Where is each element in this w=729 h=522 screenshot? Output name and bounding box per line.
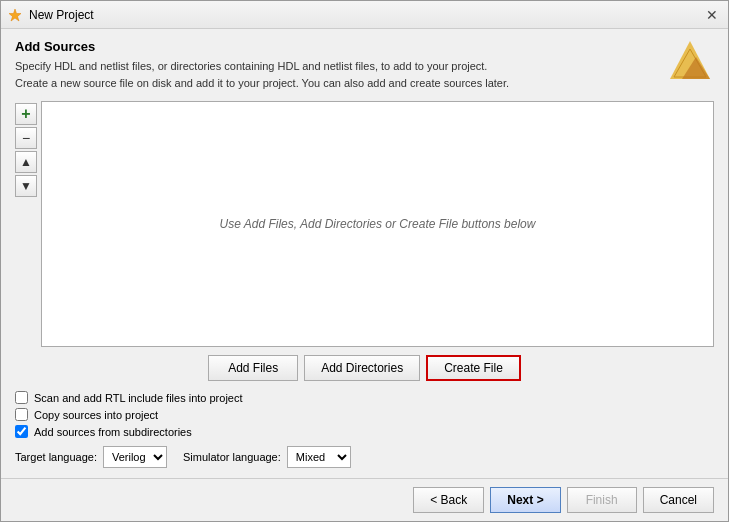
header-title: Add Sources (15, 39, 656, 54)
header-desc-line2: Create a new source file on disk and add… (15, 75, 656, 92)
remove-source-button[interactable]: − (15, 127, 37, 149)
checkboxes-section: Scan and add RTL include files into proj… (15, 391, 714, 438)
move-up-button[interactable]: ▲ (15, 151, 37, 173)
close-button[interactable]: ✕ (702, 5, 722, 25)
create-file-button[interactable]: Create File (426, 355, 521, 381)
copy-sources-row: Copy sources into project (15, 408, 714, 421)
back-button[interactable]: < Back (413, 487, 484, 513)
simulator-language-select[interactable]: Mixed Verilog VHDL (287, 446, 351, 468)
add-subdirs-label: Add sources from subdirectories (34, 426, 192, 438)
main-area: + − ▲ ▼ Use Add Files, Add Directories o… (15, 101, 714, 347)
header-desc-line1: Specify HDL and netlist files, or direct… (15, 58, 656, 75)
target-language-label: Target language: (15, 451, 97, 463)
header-text: Add Sources Specify HDL and netlist file… (15, 39, 656, 91)
title-bar: New Project ✕ (1, 1, 728, 29)
toolbar: + − ▲ ▼ (15, 101, 37, 347)
simulator-language-label: Simulator language: (183, 451, 281, 463)
file-list: Use Add Files, Add Directories or Create… (41, 101, 714, 347)
dialog-icon (7, 7, 23, 23)
minus-icon: − (22, 130, 30, 146)
file-list-placeholder: Use Add Files, Add Directories or Create… (220, 217, 536, 231)
move-down-button[interactable]: ▼ (15, 175, 37, 197)
scan-rtl-row: Scan and add RTL include files into proj… (15, 391, 714, 404)
add-source-button[interactable]: + (15, 103, 37, 125)
header-section: Add Sources Specify HDL and netlist file… (15, 39, 714, 91)
dialog: New Project ✕ Add Sources Specify HDL an… (0, 0, 729, 522)
copy-sources-label: Copy sources into project (34, 409, 158, 421)
up-icon: ▲ (20, 155, 32, 169)
svg-marker-0 (9, 9, 21, 21)
copy-sources-checkbox[interactable] (15, 408, 28, 421)
vivado-logo (666, 39, 714, 87)
add-subdirs-checkbox[interactable] (15, 425, 28, 438)
language-section: Target language: Verilog VHDL Simulator … (15, 446, 714, 468)
target-language-select[interactable]: Verilog VHDL (103, 446, 167, 468)
add-files-button[interactable]: Add Files (208, 355, 298, 381)
down-icon: ▼ (20, 179, 32, 193)
scan-rtl-label: Scan and add RTL include files into proj… (34, 392, 243, 404)
cancel-button[interactable]: Cancel (643, 487, 714, 513)
scan-rtl-checkbox[interactable] (15, 391, 28, 404)
content-area: Add Sources Specify HDL and netlist file… (1, 29, 728, 478)
add-subdirs-row: Add sources from subdirectories (15, 425, 714, 438)
finish-button[interactable]: Finish (567, 487, 637, 513)
dialog-title: New Project (29, 8, 702, 22)
add-directories-button[interactable]: Add Directories (304, 355, 420, 381)
next-button[interactable]: Next > (490, 487, 560, 513)
add-icon: + (21, 105, 30, 123)
footer: < Back Next > Finish Cancel (1, 478, 728, 521)
action-buttons-row: Add Files Add Directories Create File (15, 355, 714, 381)
